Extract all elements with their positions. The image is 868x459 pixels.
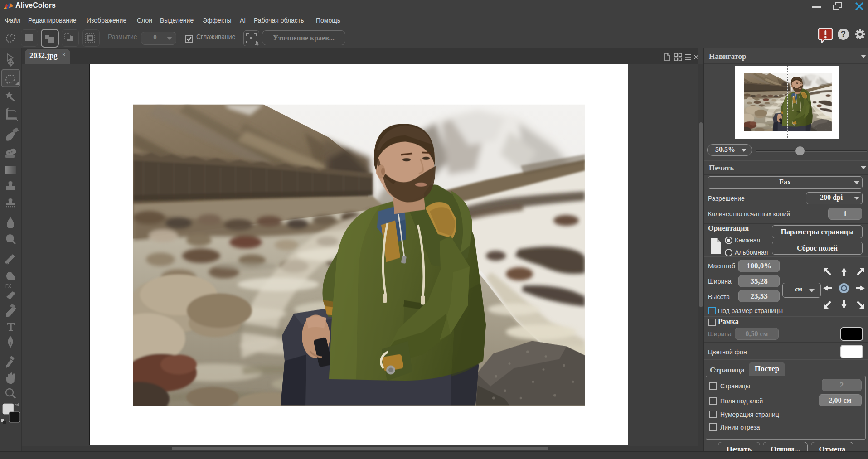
svg-text:T: T bbox=[7, 320, 15, 333]
svg-text:FX: FX bbox=[5, 284, 11, 289]
